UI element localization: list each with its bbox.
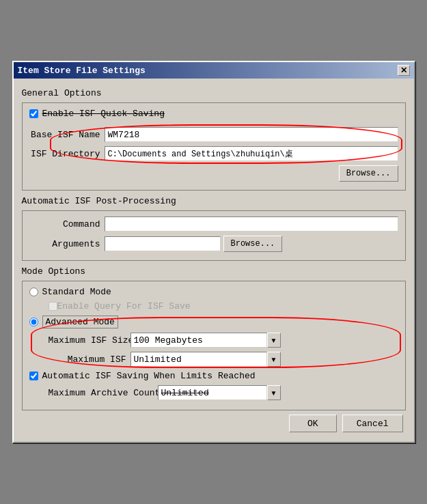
- mode-options-label: Mode Options: [22, 266, 406, 277]
- enable-query-label: Enable Query For ISF Save: [57, 301, 191, 311]
- max-archive-select: ▼: [158, 385, 281, 400]
- base-isf-row: Base ISF Name: [29, 127, 398, 142]
- base-isf-label: Base ISF Name: [29, 130, 105, 140]
- title-bar: Item Store File Settings ✕: [14, 62, 414, 79]
- max-isf-select: ▼: [130, 352, 281, 367]
- standard-mode-label: Standard Mode: [42, 287, 111, 297]
- enable-isf-label: Enable ISF Quick-Saving: [42, 109, 165, 119]
- max-isf-size-value[interactable]: [130, 333, 267, 348]
- arguments-row: Arguments Browse...: [29, 236, 398, 252]
- close-button[interactable]: ✕: [398, 65, 410, 76]
- enable-query-checkbox[interactable]: [49, 302, 57, 311]
- isf-directory-input[interactable]: [105, 146, 398, 161]
- advanced-mode-radio[interactable]: [29, 318, 38, 326]
- advanced-mode-label: Advanced Mode: [42, 316, 118, 328]
- max-isf-label: Maximum ISF: [49, 354, 130, 365]
- title-bar-buttons: ✕: [398, 65, 410, 76]
- max-isf-size-dropdown[interactable]: ▼: [267, 333, 281, 348]
- max-isf-row: Maximum ISF ▼: [29, 352, 398, 367]
- max-archive-row: Maximum Archive Count ▼: [29, 385, 398, 400]
- button-row: OK Cancel: [22, 410, 406, 435]
- dialog-title: Item Store File Settings: [18, 66, 146, 76]
- browse-row-1: Browse...: [29, 165, 398, 182]
- cancel-button[interactable]: Cancel: [342, 415, 403, 432]
- auto-saving-row: Automatic ISF Saving When Limits Reached: [29, 371, 398, 381]
- mode-options-group: Standard Mode Enable Query For ISF Save …: [22, 281, 406, 410]
- command-row: Command: [29, 216, 398, 232]
- advanced-mode-row: Advanced Mode: [29, 316, 398, 328]
- max-isf-size-row: Maximum ISF Size ▼: [29, 333, 398, 348]
- isf-directory-label: ISF Directory: [29, 149, 105, 159]
- enable-isf-checkbox-row: Enable ISF Quick-Saving: [29, 109, 165, 119]
- base-isf-input[interactable]: [105, 127, 398, 142]
- standard-mode-row: Standard Mode: [29, 287, 398, 297]
- dialog-window: Item Store File Settings ✕ General Optio…: [12, 61, 415, 443]
- auto-saving-label: Automatic ISF Saving When Limits Reached: [42, 371, 256, 381]
- ok-button[interactable]: OK: [289, 415, 337, 432]
- arguments-input[interactable]: [105, 236, 221, 251]
- command-label: Command: [29, 219, 105, 229]
- general-options-label: General Options: [22, 88, 406, 98]
- max-archive-label: Maximum Archive Count: [49, 388, 158, 398]
- advanced-mode-annotated: Advanced Mode Maximum ISF Size ▼ Maximum…: [29, 316, 398, 367]
- browse-button-2[interactable]: Browse...: [223, 236, 283, 252]
- auto-saving-checkbox[interactable]: [29, 372, 38, 380]
- isf-directory-row: ISF Directory: [29, 146, 398, 161]
- enable-query-row: Enable Query For ISF Save: [29, 301, 398, 311]
- post-processing-group: Command Arguments Browse...: [22, 210, 406, 261]
- max-isf-size-label: Maximum ISF Size: [49, 335, 130, 346]
- max-archive-dropdown[interactable]: ▼: [267, 385, 281, 400]
- standard-mode-radio[interactable]: [29, 288, 38, 296]
- max-isf-value[interactable]: [130, 352, 267, 367]
- enable-isf-checkbox[interactable]: [29, 109, 38, 118]
- enable-isf-row: Enable ISF Quick-Saving: [29, 109, 165, 123]
- isf-fields-annotated: Base ISF Name ISF Directory: [29, 127, 398, 161]
- browse-button-1[interactable]: Browse...: [339, 165, 398, 182]
- arguments-label: Arguments: [29, 239, 105, 249]
- max-isf-size-select: ▼: [130, 333, 281, 348]
- max-isf-dropdown[interactable]: ▼: [267, 352, 281, 367]
- general-options-group: Enable ISF Quick-Saving Base ISF Name IS…: [22, 102, 406, 191]
- max-archive-value[interactable]: [158, 385, 267, 400]
- dialog-content: General Options Enable ISF Quick-Saving …: [14, 79, 414, 442]
- command-input[interactable]: [105, 216, 398, 232]
- post-processing-label: Automatic ISF Post-Processing: [22, 196, 406, 206]
